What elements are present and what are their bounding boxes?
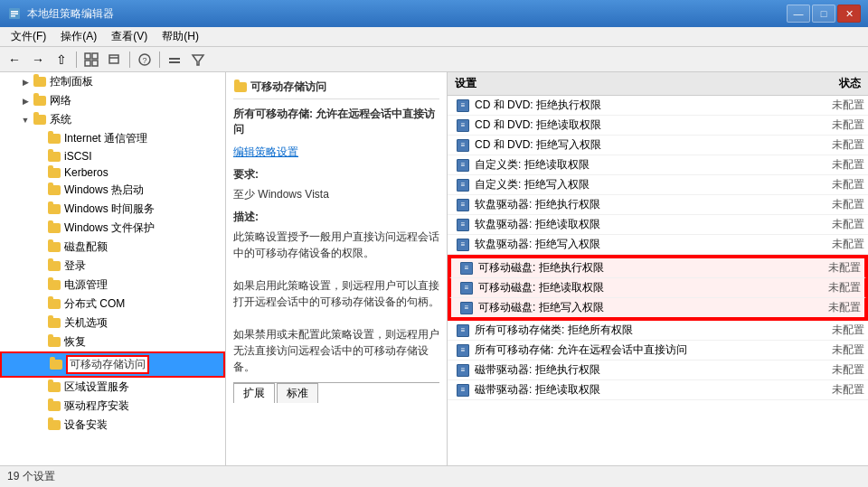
- toolbar: ← → ⇧ ?: [0, 47, 868, 72]
- svg-rect-6: [85, 61, 90, 66]
- folder-icon-4: [47, 150, 61, 163]
- tree-item-8[interactable]: Windows 文件保护: [0, 219, 225, 238]
- col-setting-header: 设置: [455, 76, 807, 91]
- policies-pane: 设置 状态 ≡CD 和 DVD: 拒绝执行权限未配置≡CD 和 DVD: 拒绝读…: [448, 72, 868, 465]
- up-button[interactable]: ⇧: [51, 50, 72, 70]
- policy-icon-13: ≡: [455, 363, 471, 378]
- folder-icon-13: [47, 317, 61, 330]
- menu-file[interactable]: 文件(F): [4, 27, 53, 46]
- tree-highlight-wrapper-15: 可移动存储访问: [66, 355, 149, 374]
- filter-button[interactable]: [187, 50, 209, 70]
- policy-icon-12: ≡: [455, 343, 471, 358]
- tree-item-2[interactable]: ▼系统: [0, 110, 225, 129]
- maximize-button[interactable]: □: [812, 5, 835, 23]
- tree-toggle-2: ▼: [18, 116, 33, 125]
- tree-label-7: Windows 时间服务: [64, 201, 155, 217]
- edit-policy-link[interactable]: 编辑策略设置: [233, 145, 298, 158]
- policy-row-1[interactable]: ≡CD 和 DVD: 拒绝读取权限未配置: [448, 116, 868, 136]
- menu-view[interactable]: 查看(V): [104, 27, 155, 46]
- tree-item-14[interactable]: 恢复: [0, 332, 225, 351]
- policy-row-12[interactable]: ≡所有可移动存储: 允许在远程会话中直接访问未配置: [448, 341, 868, 361]
- tree-item-4[interactable]: iSCSI: [0, 148, 225, 164]
- tree-item-1[interactable]: ▶网络: [0, 91, 225, 110]
- policy-status-7: 未配置: [810, 237, 864, 252]
- tree-item-7[interactable]: Windows 时间服务: [0, 200, 225, 219]
- policy-row-14[interactable]: ≡磁带驱动器: 拒绝读取权限未配置: [448, 380, 868, 400]
- desc-text: 此策略设置授予一般用户直接访问远程会话中的可移动存储设备的权限。 如果启用此策略…: [233, 229, 439, 375]
- new-window-button[interactable]: [104, 50, 126, 70]
- menu-bar: 文件(F) 操作(A) 查看(V) 帮助(H): [0, 27, 868, 47]
- tree-toggle-1: ▶: [18, 97, 33, 106]
- tree-label-6: Windows 热启动: [64, 183, 144, 198]
- menu-action[interactable]: 操作(A): [53, 27, 104, 46]
- desc-text-1: 此策略设置授予一般用户直接访问远程会话中的可移动存储设备的权限。: [233, 230, 439, 259]
- policy-icon-10: ≡: [458, 301, 475, 315]
- policy-status-1: 未配置: [810, 117, 864, 133]
- policy-row-3[interactable]: ≡自定义类: 拒绝读取权限未配置: [448, 155, 868, 175]
- policy-status-13: 未配置: [810, 362, 864, 378]
- help-button[interactable]: ?: [134, 50, 156, 70]
- tree-item-9[interactable]: 磁盘配额: [0, 238, 225, 257]
- policy-row-13[interactable]: ≡磁带驱动器: 拒绝执行权限未配置: [448, 361, 868, 380]
- tree-label-15: 可移动存储访问: [70, 358, 146, 370]
- policy-icon-14: ≡: [455, 383, 471, 398]
- tree-item-6[interactable]: Windows 热启动: [0, 181, 225, 200]
- policy-name-6: 软盘驱动器: 拒绝读取权限: [475, 217, 810, 232]
- tree-pane[interactable]: ▶控制面板▶网络▼系统Internet 通信管理iSCSIKerberosWin…: [0, 72, 226, 465]
- tree-label-10: 登录: [64, 258, 86, 274]
- tree-item-5[interactable]: Kerberos: [0, 164, 225, 181]
- tree-item-12[interactable]: 分布式 COM: [0, 295, 225, 314]
- policy-icon-3: ≡: [455, 158, 471, 173]
- policy-row-11[interactable]: ≡所有可移动存储类: 拒绝所有权限未配置: [448, 321, 868, 341]
- tree-label-0: 控制面板: [50, 74, 93, 89]
- tab-standard[interactable]: 标准: [277, 383, 318, 403]
- tree-item-16[interactable]: 区域设置服务: [0, 378, 225, 397]
- main-content: ▶控制面板▶网络▼系统Internet 通信管理iSCSIKerberosWin…: [0, 72, 868, 465]
- tree-item-15[interactable]: 可移动存储访问: [0, 351, 225, 378]
- policy-name-4: 自定义类: 拒绝写入权限: [475, 177, 810, 192]
- policy-icon-7: ≡: [455, 238, 471, 252]
- policy-status-3: 未配置: [810, 157, 864, 173]
- window-title: 本地组策略编辑器: [27, 6, 787, 22]
- policy-row-4[interactable]: ≡自定义类: 拒绝写入权限未配置: [448, 175, 868, 195]
- forward-button[interactable]: →: [27, 50, 49, 70]
- policy-row-6[interactable]: ≡软盘驱动器: 拒绝读取权限未配置: [448, 215, 868, 235]
- svg-rect-8: [109, 55, 118, 63]
- tree-item-0[interactable]: ▶控制面板: [0, 72, 225, 91]
- policy-row-7[interactable]: ≡软盘驱动器: 拒绝写入权限未配置: [448, 235, 868, 255]
- req-value: 至少 Windows Vista: [233, 186, 439, 202]
- tree-label-5: Kerberos: [64, 166, 108, 179]
- toolbar-separator-3: [159, 52, 160, 68]
- menu-help[interactable]: 帮助(H): [155, 27, 206, 46]
- svg-rect-13: [169, 61, 180, 63]
- policy-icon-11: ≡: [455, 323, 471, 338]
- tree-item-13[interactable]: 关机选项: [0, 314, 225, 332]
- tree-label-16: 区域设置服务: [64, 379, 129, 395]
- policy-row-0[interactable]: ≡CD 和 DVD: 拒绝执行权限未配置: [448, 96, 868, 116]
- back-button[interactable]: ←: [4, 50, 25, 70]
- policy-status-4: 未配置: [810, 177, 864, 192]
- policy-row-10[interactable]: ≡可移动磁盘: 拒绝写入权限未配置: [449, 298, 866, 319]
- tree-item-17[interactable]: 驱动程序安装: [0, 397, 225, 416]
- tree-item-3[interactable]: Internet 通信管理: [0, 129, 225, 148]
- folder-icon-1: [33, 95, 47, 108]
- policy-row-5[interactable]: ≡软盘驱动器: 拒绝执行权限未配置: [448, 195, 868, 215]
- collapse-button[interactable]: [164, 50, 185, 70]
- tree-label-11: 电源管理: [64, 277, 108, 293]
- policy-status-0: 未配置: [810, 98, 864, 113]
- policy-row-2[interactable]: ≡CD 和 DVD: 拒绝写入权限未配置: [448, 136, 868, 155]
- policy-icon-9: ≡: [458, 281, 475, 295]
- policy-name-8: 可移动磁盘: 拒绝执行权限: [478, 260, 807, 276]
- show-hide-button[interactable]: [80, 50, 102, 70]
- policy-status-14: 未配置: [810, 382, 864, 398]
- policy-row-9[interactable]: ≡可移动磁盘: 拒绝读取权限未配置: [449, 278, 866, 298]
- tab-expand[interactable]: 扩展: [233, 383, 275, 403]
- minimize-button[interactable]: —: [787, 5, 810, 23]
- policy-name-9: 可移动磁盘: 拒绝读取权限: [478, 280, 807, 295]
- tree-item-10[interactable]: 登录: [0, 257, 225, 276]
- policy-row-8[interactable]: ≡可移动磁盘: 拒绝执行权限未配置: [449, 257, 866, 278]
- close-button[interactable]: ✕: [837, 5, 861, 23]
- policy-icon-5: ≡: [455, 198, 471, 212]
- tree-item-18[interactable]: 设备安装: [0, 416, 225, 435]
- tree-item-11[interactable]: 电源管理: [0, 276, 225, 295]
